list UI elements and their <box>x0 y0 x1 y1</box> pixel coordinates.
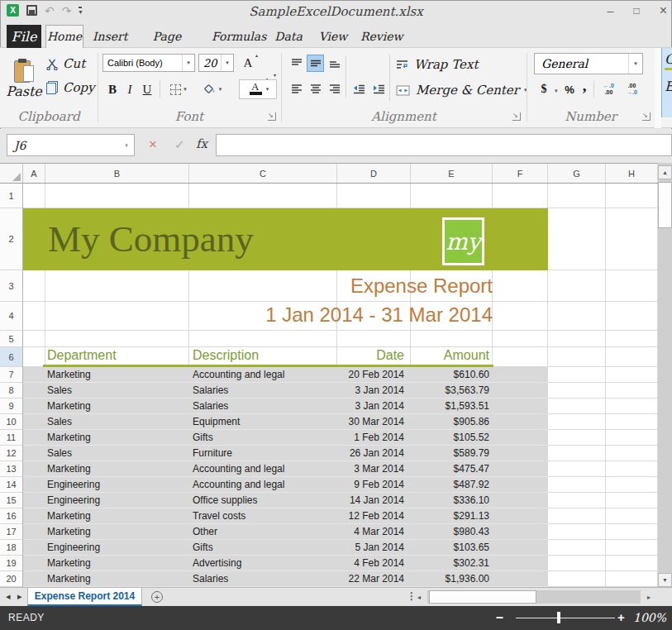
column-header-A[interactable]: A <box>23 164 45 183</box>
font-dialog-launcher[interactable]: ↘ <box>268 112 276 121</box>
cell-description[interactable]: Furniture <box>193 446 232 461</box>
cell-description[interactable]: Gifts <box>193 430 213 445</box>
tab-view[interactable]: View <box>318 26 348 48</box>
tab-page-layout[interactable]: Page Layout <box>136 26 198 48</box>
report-title[interactable]: Expense Report <box>245 271 493 302</box>
fill-color-button[interactable]: ▾ <box>198 79 226 99</box>
cell-description[interactable]: Advertising <box>193 556 241 570</box>
column-header-D[interactable]: D <box>337 164 411 183</box>
scroll-up-icon[interactable]: ▲ <box>658 165 672 179</box>
align-right-button[interactable] <box>326 80 343 98</box>
cell-amount[interactable]: $3,563.79 <box>387 383 489 398</box>
row-header-10[interactable]: 10 <box>0 414 22 430</box>
zoom-out-icon[interactable]: – <box>496 606 503 629</box>
row-header-7[interactable]: 7 <box>0 367 22 383</box>
cell-description[interactable]: Equipment <box>193 414 240 429</box>
select-all-corner[interactable] <box>0 163 23 184</box>
cell-department[interactable]: Engineering <box>47 493 100 508</box>
styles-group-cutoff[interactable]: C E <box>661 48 672 117</box>
column-header-E[interactable]: E <box>411 164 493 183</box>
insert-function-icon[interactable]: fx <box>196 136 207 151</box>
sheet-nav-right-icon[interactable]: ▸ <box>17 591 22 602</box>
column-header-B[interactable]: B <box>45 164 189 183</box>
sheet-tab-active[interactable]: Expense Report 2014 <box>27 588 142 606</box>
cell-description[interactable]: Salaries <box>193 383 228 398</box>
font-size-combobox[interactable]: 20 ▾ <box>198 54 234 72</box>
number-format-combobox[interactable]: General ▾ <box>534 53 643 74</box>
cell-amount[interactable]: $475.47 <box>387 461 489 476</box>
horizontal-scrollbar[interactable] <box>427 590 641 604</box>
cell-department[interactable]: Engineering <box>47 477 100 492</box>
bold-button[interactable]: B <box>104 79 121 99</box>
cell-department[interactable]: Sales <box>47 383 72 398</box>
cancel-icon[interactable]: × <box>149 136 157 153</box>
cell-amount[interactable]: $105.52 <box>387 430 489 445</box>
sheet-area[interactable]: My Company my Expense Report 1 Jan 2014 … <box>23 184 658 587</box>
maximize-button[interactable]: □ <box>633 2 639 19</box>
row-header-8[interactable]: 8 <box>0 383 22 399</box>
cell-amount[interactable]: $103.65 <box>387 540 489 555</box>
merge-center-button[interactable]: Merge & Center ▾ <box>396 81 527 99</box>
chevron-down-icon[interactable]: ▾ <box>119 142 134 149</box>
chevron-down-icon[interactable]: ▾ <box>555 88 558 94</box>
italic-button[interactable]: I <box>122 79 137 99</box>
cell-description[interactable]: Accounting and legal <box>193 461 284 476</box>
underline-button[interactable]: U <box>139 79 155 99</box>
cell-department[interactable]: Marketing <box>47 508 91 523</box>
cell-amount[interactable]: $487.92 <box>387 477 489 492</box>
align-middle-button[interactable] <box>307 55 324 72</box>
borders-button[interactable]: ▾ <box>164 79 193 99</box>
scroll-right-icon[interactable]: ▸ <box>642 590 655 604</box>
paste-button[interactable]: Paste <box>5 52 43 105</box>
font-name-combobox[interactable]: Calibri (Body) ▾ <box>102 54 195 72</box>
sheet-nav-left-icon[interactable]: ◂ <box>6 591 11 602</box>
cell-department[interactable]: Marketing <box>47 399 91 413</box>
row-header-17[interactable]: 17 <box>0 524 22 540</box>
zoom-level[interactable]: 100% <box>633 606 666 629</box>
row-header-4[interactable]: 4 <box>0 302 22 331</box>
vertical-scrollbar[interactable]: ▲ ▼ <box>658 163 672 587</box>
tab-insert[interactable]: Insert <box>93 26 126 48</box>
row-header-20[interactable]: 20 <box>0 571 22 587</box>
cell-amount[interactable]: $610.60 <box>387 367 489 382</box>
tab-data[interactable]: Data <box>273 26 304 48</box>
cell-department[interactable]: Marketing <box>47 461 91 476</box>
cell-description[interactable]: Gifts <box>193 540 213 555</box>
cell-description[interactable]: Office supplies <box>193 493 258 508</box>
cell-department[interactable]: Marketing <box>47 556 91 570</box>
column-header-G[interactable]: G <box>548 164 606 183</box>
cell-description[interactable]: Salaries <box>193 399 228 413</box>
chevron-down-icon[interactable]: ▾ <box>182 55 194 71</box>
table-header-date[interactable]: Date <box>337 346 404 365</box>
percent-style-button[interactable]: % <box>562 79 577 99</box>
row-header-12[interactable]: 12 <box>0 446 22 461</box>
cell-description[interactable]: Accounting and legal <box>193 477 284 492</box>
decrease-decimal-button[interactable]: .00 →.0 <box>622 79 642 99</box>
copy-button[interactable]: Copy <box>46 79 95 97</box>
cell-department[interactable]: Marketing <box>47 430 91 445</box>
chevron-down-icon[interactable]: ▾ <box>628 54 642 74</box>
column-header-H[interactable]: H <box>606 164 658 183</box>
cut-button[interactable]: Cut <box>46 55 85 73</box>
chevron-down-icon[interactable]: ▾ <box>183 86 187 93</box>
cell-description[interactable]: Accounting and legal <box>193 367 284 382</box>
align-left-button[interactable] <box>288 80 305 98</box>
align-bottom-button[interactable] <box>326 55 343 72</box>
enter-icon[interactable]: ✓ <box>174 137 185 152</box>
cell-department[interactable]: Marketing <box>47 571 91 586</box>
table-header-department[interactable]: Department <box>47 346 117 365</box>
row-header-13[interactable]: 13 <box>0 461 22 477</box>
row-header-6[interactable]: 6 <box>0 347 22 367</box>
cell-department[interactable]: Engineering <box>47 540 100 555</box>
wrap-text-button[interactable]: Wrap Text <box>396 55 478 74</box>
table-header-description[interactable]: Description <box>193 346 259 365</box>
row-header-11[interactable]: 11 <box>0 430 22 446</box>
chevron-down-icon[interactable]: ▾ <box>266 86 269 93</box>
cell-description[interactable]: Other <box>193 524 217 539</box>
tab-file[interactable]: File <box>7 25 41 48</box>
new-sheet-icon[interactable]: + <box>151 591 163 603</box>
row-header-5[interactable]: 5 <box>0 331 22 347</box>
cell-amount[interactable]: $905.86 <box>387 414 489 429</box>
horizontal-scroll-thumb[interactable] <box>429 590 536 604</box>
cell-department[interactable]: Marketing <box>47 524 91 539</box>
